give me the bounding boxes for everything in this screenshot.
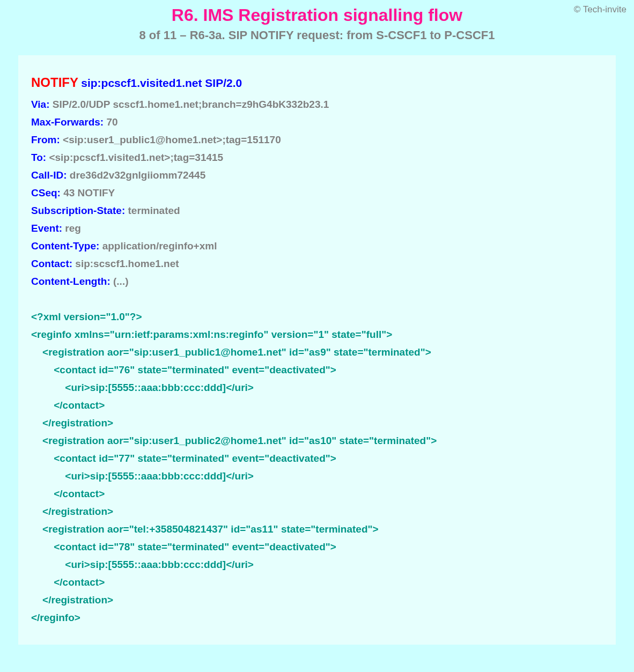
sip-header-name: Via [31, 99, 46, 110]
document-header: R6. IMS Registration signalling flow 8 o… [0, 0, 634, 42]
sip-header-colon: : [100, 116, 107, 128]
copyright-text: © Tech-invite [574, 4, 626, 15]
sip-header-name: CSeq [31, 187, 57, 198]
sip-header-name: Call-ID [31, 169, 63, 181]
sip-header-row: Content-Type: application/reginfo+xml [31, 237, 603, 255]
sip-header-colon: : [57, 187, 64, 198]
sip-header-row: Via: SIP/2.0/UDP scscf1.home1.net;branch… [31, 95, 603, 113]
sip-header-value: <sip:user1_public1@home1.net>;tag=151170 [63, 134, 281, 145]
sip-header-colon: : [59, 223, 65, 234]
sip-header-value: (...) [113, 276, 129, 287]
sip-header-value: 43 NOTIFY [63, 187, 115, 198]
sip-header-row: Contact: sip:scscf1.home1.net [31, 255, 603, 272]
sip-header-row: Max-Forwards: 70 [31, 113, 603, 131]
sip-header-row: To: <sip:pcscf1.visited1.net>;tag=31415 [31, 149, 603, 166]
sip-header-colon: : [43, 152, 49, 163]
sip-header-name: Contact [31, 258, 69, 269]
sip-header-name: Subscription-State [31, 205, 122, 216]
sip-header-value: terminated [128, 205, 180, 216]
sip-header-value: 70 [106, 116, 117, 128]
sip-header-colon: : [46, 99, 53, 110]
sip-header-row: Call-ID: dre36d2v32gnlgiiomm72445 [31, 166, 603, 184]
sip-header-row: Subscription-State: terminated [31, 202, 603, 219]
sip-header-value: <sip:pcscf1.visited1.net>;tag=31415 [49, 152, 223, 163]
sip-request-line: NOTIFY sip:pcscf1.visited1.net SIP/2.0 [31, 73, 603, 92]
sip-header-row: Content-Length: (...) [31, 272, 603, 290]
sip-header-name: To [31, 152, 43, 163]
sip-header-value: application/reginfo+xml [102, 240, 217, 252]
sip-header-value: dre36d2v32gnlgiiomm72445 [70, 169, 205, 181]
sip-header-row: CSeq: 43 NOTIFY [31, 184, 603, 202]
sip-message-body: NOTIFY sip:pcscf1.visited1.net SIP/2.0 V… [18, 55, 616, 645]
sip-headers-block: Via: SIP/2.0/UDP scscf1.home1.net;branch… [31, 95, 603, 290]
sip-header-colon: : [122, 205, 128, 216]
sip-header-name: Max-Forwards [31, 116, 100, 128]
sip-header-name: Content-Length [31, 276, 107, 287]
sip-xml-body: <?xml version="1.0"?> <reginfo xmlns="ur… [31, 308, 603, 626]
page-subtitle: 8 of 11 – R6-3a. SIP NOTIFY request: fro… [0, 28, 634, 42]
sip-header-colon: : [96, 240, 102, 252]
sip-header-value: SIP/2.0/UDP scscf1.home1.net;branch=z9hG… [53, 99, 329, 110]
sip-header-value: sip:scscf1.home1.net [75, 258, 179, 269]
sip-header-name: Event [31, 223, 59, 234]
sip-request-uri: sip:pcscf1.visited1.net SIP/2.0 [81, 77, 242, 89]
sip-header-name: From [31, 134, 57, 145]
sip-header-colon: : [107, 276, 113, 287]
sip-header-row: Event: reg [31, 219, 603, 237]
sip-method: NOTIFY [31, 75, 78, 90]
sip-header-row: From: <sip:user1_public1@home1.net>;tag=… [31, 131, 603, 149]
page-title: R6. IMS Registration signalling flow [0, 5, 634, 25]
sip-header-name: Content-Type [31, 240, 96, 252]
sip-header-value: reg [65, 223, 81, 234]
sip-header-colon: : [63, 169, 70, 181]
sip-header-colon: : [57, 134, 63, 145]
sip-header-colon: : [69, 258, 76, 269]
blank-line [31, 290, 603, 308]
